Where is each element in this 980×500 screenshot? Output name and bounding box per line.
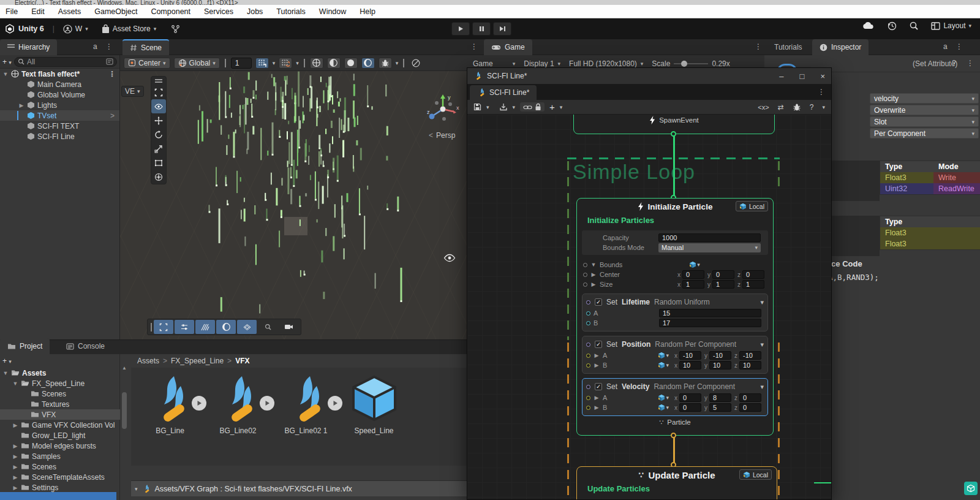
- initialize-particle-node[interactable]: Initialize Particle Local Initialize Par…: [576, 198, 774, 436]
- lock-icon[interactable]: a: [93, 42, 97, 51]
- add-dropdown[interactable]: ▾: [560, 104, 563, 110]
- drag-handle[interactable]: [151, 323, 152, 331]
- y-field[interactable]: 5: [709, 403, 731, 412]
- tab-game[interactable]: Game: [484, 39, 532, 55]
- project-folder-game-vfx-collection-vol[interactable]: ▶ Game VFX Collection Vol: [0, 420, 120, 430]
- code-icon[interactable]: <x>: [758, 104, 769, 111]
- refresh-icon[interactable]: ⇄: [778, 103, 784, 112]
- visibility-tool-button[interactable]: [151, 99, 166, 113]
- chevron-down-icon[interactable]: ▾: [760, 341, 764, 349]
- project-folder-vfx[interactable]: VFX: [0, 409, 120, 420]
- debug-icon[interactable]: [793, 103, 801, 112]
- eye-overlay-icon[interactable]: [443, 254, 456, 262]
- orientation-gizmo[interactable]: yxz: [426, 91, 460, 130]
- gizmos-toggle-icon[interactable]: [310, 58, 323, 69]
- camera-overlay-button[interactable]: [279, 320, 298, 334]
- project-folder-fx-speed-line[interactable]: ▼ FX_Speed_Line: [0, 378, 120, 388]
- search-filter-icon[interactable]: [106, 58, 113, 65]
- resolution-dropdown[interactable]: Full HD (1920x1080)▾: [569, 59, 643, 68]
- tab-scene[interactable]: Scene: [123, 39, 169, 55]
- x-field[interactable]: 10: [679, 361, 701, 369]
- chevron-down-icon[interactable]: ▾: [760, 298, 764, 306]
- y-field[interactable]: 0: [712, 270, 734, 279]
- help-icon[interactable]: ?: [952, 59, 956, 67]
- layout-dropdown[interactable]: Layout▾: [931, 21, 971, 30]
- menu-gameobject[interactable]: GameObject: [94, 7, 137, 16]
- chevron-down-icon[interactable]: ▾: [760, 383, 764, 391]
- vfx-graph-canvas[interactable]: Rate 60 SpawnEvent Simple Loop Initializ…: [467, 115, 831, 499]
- local-badge[interactable]: Local: [739, 469, 772, 480]
- project-folder-model-edges-bursts[interactable]: ▶ Model edges bursts: [0, 441, 120, 451]
- save-dropdown[interactable]: ▾: [486, 104, 489, 110]
- lighting-toggle-icon[interactable]: [327, 58, 341, 69]
- block-enabled-checkbox[interactable]: ✓: [595, 383, 602, 390]
- selection-strip[interactable]: [0, 492, 116, 500]
- asset-speed-line[interactable]: Speed_Line: [340, 374, 408, 466]
- pivot-dropdown[interactable]: Center▾: [124, 58, 170, 69]
- lock-icon[interactable]: [535, 103, 541, 111]
- project-folder-settings[interactable]: ▶ Settings: [0, 482, 120, 493]
- search-icon[interactable]: [909, 21, 919, 31]
- tab-tutorials[interactable]: Tutorials: [767, 39, 810, 55]
- breadcrumb-assets[interactable]: Assets: [137, 357, 159, 365]
- scale-slider[interactable]: Scale 0.29x: [652, 59, 729, 68]
- scale-tool-button[interactable]: [151, 142, 166, 156]
- kebab-icon[interactable]: ⋮: [108, 70, 116, 78]
- zoom-overlay-button[interactable]: [258, 320, 277, 334]
- vfx-window-titlebar[interactable]: SCI-FI Line* – □ ×: [467, 68, 831, 84]
- port[interactable]: [586, 354, 590, 358]
- inspector-dropdown-velocity[interactable]: velocity▾: [870, 93, 979, 104]
- tab-console[interactable]: Console: [59, 338, 112, 354]
- import-icon[interactable]: [499, 103, 508, 111]
- breadcrumb-folder[interactable]: FX_Speed_Line: [171, 357, 224, 365]
- inspector-dropdown-overwrite[interactable]: Overwrite▾: [870, 105, 979, 115]
- display-dropdown[interactable]: Display 1▾: [524, 59, 560, 68]
- port[interactable]: [586, 385, 590, 389]
- rect-tool-button[interactable]: [151, 156, 166, 170]
- shading-overlay-button[interactable]: [216, 320, 236, 334]
- transform-tool-button[interactable]: [151, 170, 166, 184]
- menu-file[interactable]: File: [6, 7, 18, 16]
- port[interactable]: [583, 273, 587, 277]
- menu-services[interactable]: Services: [204, 7, 233, 16]
- menu-component[interactable]: Component: [151, 7, 190, 16]
- output-port[interactable]: [671, 131, 676, 137]
- ve-overlay-dropdown[interactable]: VE▾: [121, 86, 144, 97]
- port[interactable]: [586, 363, 590, 368]
- inspector-dropdown-slot[interactable]: Slot▾: [870, 116, 979, 127]
- game-mode-dropdown[interactable]: Game▾: [473, 59, 515, 68]
- kebab-icon[interactable]: ⋮: [755, 42, 762, 51]
- move-tool-button[interactable]: [151, 113, 166, 127]
- port[interactable]: [583, 263, 587, 267]
- kebab-icon[interactable]: ⋮: [818, 88, 825, 96]
- menu-window[interactable]: Window: [319, 7, 346, 16]
- hierarchy-item-sci-fi-text[interactable]: SCI-FI TEXT: [0, 121, 119, 131]
- persp-label[interactable]: <Persp: [429, 131, 455, 140]
- minimize-button[interactable]: –: [779, 72, 783, 81]
- space-icon[interactable]: ▾: [658, 394, 669, 401]
- kebab-icon[interactable]: ⋮: [967, 59, 974, 67]
- save-icon[interactable]: [473, 103, 481, 111]
- skybox-toggle-icon[interactable]: [344, 58, 358, 69]
- block-enabled-checkbox[interactable]: ✓: [595, 298, 602, 306]
- particles-overlay-button[interactable]: [237, 320, 257, 334]
- y-field[interactable]: 1: [712, 280, 734, 289]
- project-folder-assets[interactable]: ▼ Assets: [0, 368, 120, 378]
- debug-toggle-icon[interactable]: [379, 58, 392, 69]
- history-icon[interactable]: [887, 21, 897, 31]
- y-field[interactable]: -10: [709, 351, 731, 360]
- x-field[interactable]: 0: [682, 270, 704, 279]
- project-folder-scenetemplateassets[interactable]: ▶ SceneTemplateAssets: [0, 472, 120, 482]
- port[interactable]: [586, 321, 590, 325]
- port[interactable]: [586, 396, 590, 400]
- tab-hierarchy[interactable]: Hierarchy: [0, 39, 57, 55]
- z-field[interactable]: 10: [739, 361, 761, 369]
- space-icon[interactable]: ▾: [658, 362, 669, 369]
- hierarchy-item-main-camera[interactable]: Main Camera: [0, 79, 119, 89]
- x-field[interactable]: 0: [679, 403, 701, 412]
- vfx-compile-badge[interactable]: [964, 482, 978, 495]
- kebab-icon[interactable]: ⋮: [470, 42, 478, 51]
- asset-store-button[interactable]: Asset Store▾: [102, 25, 157, 34]
- z-field[interactable]: 0: [739, 393, 761, 402]
- y-field[interactable]: 8: [709, 393, 731, 402]
